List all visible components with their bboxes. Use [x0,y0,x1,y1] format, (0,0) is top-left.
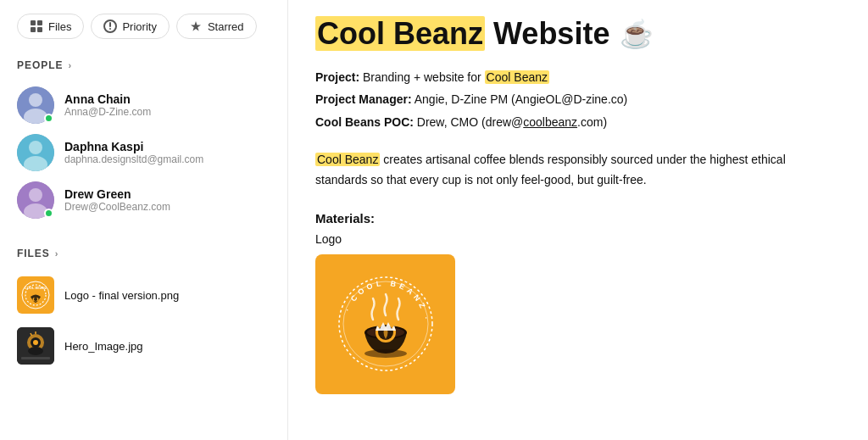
anna-avatar-wrapper [17,86,54,124]
project-meta: Project: Branding + website for Cool Bea… [315,66,841,134]
people-chevron-icon: › [68,60,72,70]
hero-file-name: Hero_Image.jpg [64,340,143,353]
logo-file-name: Logo - final version.png [64,289,179,302]
files-icon [30,19,43,33]
meta-manager-value: Angie, D-Zine PM (AngieOL@D-zine.co) [415,92,628,106]
title-website: Website [493,16,609,51]
meta-manager-line: Project Manager: Angie, D-Zine PM (Angie… [315,88,841,111]
starred-label: Starred [208,20,244,33]
svg-point-25 [33,340,38,345]
svg-point-23 [28,347,43,355]
drew-online-dot [44,209,53,218]
anna-name: Anna Chain [64,92,151,106]
svg-point-11 [29,141,42,154]
svg-point-8 [29,93,42,107]
meta-poc-end: .com) [577,115,607,129]
file-item-hero[interactable]: Hero_Image.jpg [17,320,270,371]
project-description: Cool Beanz creates artisanal coffee blen… [315,150,841,191]
people-label: PEOPLE [17,59,63,71]
logo-label: Logo [315,232,841,246]
starred-button[interactable]: Starred [176,14,257,39]
anna-info: Anna Chain Anna@D-Zine.com [64,92,151,118]
files-label: Files [48,20,71,33]
svg-point-20 [34,298,37,301]
logo-file-thumb: COOL BEANZ [17,276,54,314]
priority-button[interactable]: Priority [91,14,169,39]
files-chevron-icon: › [55,248,59,259]
person-item-anna: Anna Chain Anna@D-Zine.com [17,81,270,129]
meta-poc-line: Cool Beans POC: Drew, CMO (drew@coolbean… [315,111,841,134]
people-header[interactable]: PEOPLE › [17,59,270,71]
logo-svg: · COOL BEANZ · [326,265,445,383]
anna-email: Anna@D-Zine.com [64,106,151,118]
person-item-daphna: Daphna Kaspi daphna.designsltd@gmail.com [17,129,270,176]
meta-manager-label: Project Manager: [315,92,412,106]
project-title: Cool Beanz Website ☕ [315,17,841,51]
priority-icon [103,19,117,33]
title-highlight: Cool Beanz [315,16,485,51]
left-panel: Files Priority Starred [0,0,288,440]
daphna-avatar-circle [17,134,54,171]
meta-poc-value: Drew, CMO (drew@ [417,115,523,129]
person-item-drew: Drew Green Drew@CoolBeanz.com [17,176,270,224]
daphna-name: Daphna Kaspi [64,140,203,153]
file-item-logo[interactable]: COOL BEANZ Logo - final version.png [17,270,270,320]
files-section-label: FILES [17,248,50,259]
svg-rect-1 [37,20,42,25]
daphna-info: Daphna Kaspi daphna.designsltd@gmail.com [64,140,203,165]
drew-info: Drew Green Drew@CoolBeanz.com [64,187,170,213]
meta-project-value: Branding + website for [363,70,485,84]
drew-email: Drew@CoolBeanz.com [64,201,170,213]
desc-highlight: Cool Beanz [315,153,380,166]
daphna-email: daphna.designsltd@gmail.com [64,153,203,165]
svg-point-6 [109,28,111,30]
materials-section: Materials: Logo · COOL BEANZ · [315,211,841,394]
drew-name: Drew Green [64,187,170,201]
svg-point-32 [364,349,407,358]
svg-point-14 [29,188,42,202]
svg-rect-26 [21,357,50,359]
svg-rect-3 [37,27,42,32]
files-button[interactable]: Files [17,14,84,39]
meta-poc-label: Cool Beans POC: [315,115,414,129]
svg-rect-0 [31,20,36,25]
files-section: FILES › COOL BEANZ Logo - final [17,248,270,371]
right-panel: Cool Beanz Website ☕ Project: Branding +… [288,0,868,440]
priority-label: Priority [122,20,156,33]
coffee-emoji: ☕ [620,18,654,50]
project-title-text: Cool Beanz Website [315,17,609,51]
materials-label: Materials: [315,211,841,226]
top-nav: Files Priority Starred [17,14,270,39]
meta-project-line: Project: Branding + website for Cool Bea… [315,66,841,89]
drew-avatar-wrapper [17,181,54,219]
star-icon [189,19,203,33]
meta-poc-link[interactable]: coolbeanz [523,115,577,129]
hero-file-thumb [17,327,54,365]
meta-project-label: Project: [315,70,359,84]
svg-rect-2 [31,27,36,32]
logo-card: · COOL BEANZ · [315,254,455,394]
daphna-avatar [17,134,54,171]
anna-online-dot [44,114,53,123]
svg-text:COOL BEANZ: COOL BEANZ [25,286,47,290]
daphna-avatar-wrapper [17,134,54,171]
meta-project-highlight: Cool Beanz [485,70,549,84]
desc-rest: creates artisanal coffee blends responsi… [315,153,786,187]
files-header[interactable]: FILES › [17,248,270,259]
people-section: PEOPLE › [17,59,270,224]
